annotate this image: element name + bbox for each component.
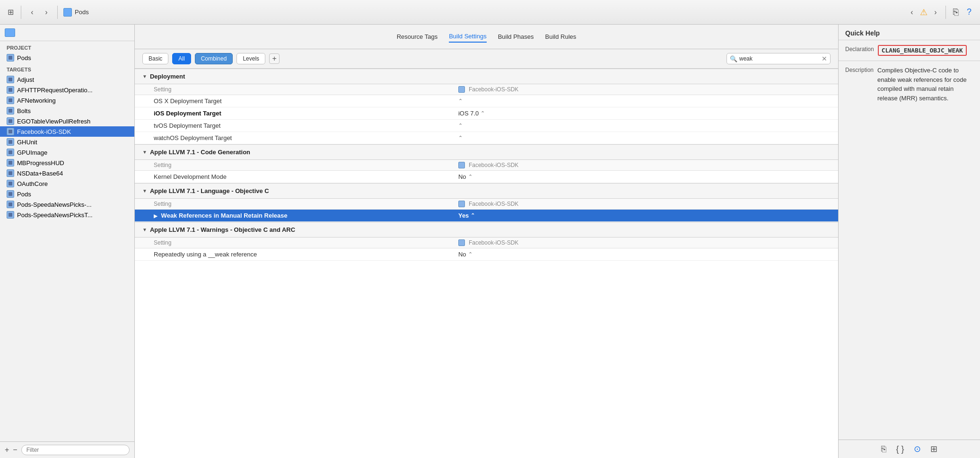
pods-speeda-icon xyxy=(7,201,14,208)
pods-speedat-icon xyxy=(7,211,14,219)
toolbar-right: ‹ ⚠ › ⎘ ? xyxy=(907,6,974,19)
nav-left-button[interactable]: ‹ xyxy=(907,7,917,18)
basic-filter-button[interactable]: Basic xyxy=(142,53,168,64)
tab-resource-tags[interactable]: Resource Tags xyxy=(397,31,438,42)
weak-reference-warning-row[interactable]: Repeatedly using a __weak reference No ⌃ xyxy=(135,248,838,261)
toolbar-divider3 xyxy=(945,6,946,19)
osx-deployment-row[interactable]: OS X Deployment Target ⌃ xyxy=(135,95,838,107)
watchos-deployment-row[interactable]: watchOS Deployment Target ⌃ xyxy=(135,132,838,144)
warnings-col-setting: Setting xyxy=(154,239,458,246)
remove-target-button[interactable]: − xyxy=(13,446,17,454)
content-area: Resource Tags Build Settings Build Phase… xyxy=(135,25,838,458)
sidebar-item-label: MBProgressHUD xyxy=(17,159,64,167)
toolbar-divider xyxy=(21,6,21,19)
sidebar-item-nsdata[interactable]: NSData+Base64 xyxy=(0,168,134,178)
sidebar-item-label: Adjust xyxy=(17,76,34,83)
sidebar-filter-input[interactable] xyxy=(21,445,130,455)
search-box: 🔍 ✕ xyxy=(726,53,831,64)
sidebar-item-label: Pods xyxy=(17,54,31,62)
clear-search-button[interactable]: ✕ xyxy=(822,55,827,62)
tab-bar: Resource Tags Build Settings Build Phase… xyxy=(135,25,838,49)
deployment-triangle: ▼ xyxy=(142,74,147,79)
all-filter-button[interactable]: All xyxy=(172,53,191,64)
watchos-label: watchOS Deployment Target xyxy=(154,134,458,141)
sidebar-item-pods-speedat[interactable]: Pods-SpeedaNewsPicksT... xyxy=(0,210,134,220)
sidebar-item-bolts[interactable]: Bolts xyxy=(0,106,134,116)
add-target-button[interactable]: + xyxy=(5,446,9,454)
levels-filter-button[interactable]: Levels xyxy=(236,53,265,64)
grid-icon[interactable]: ⊞ xyxy=(6,8,15,17)
tab-build-settings[interactable]: Build Settings xyxy=(449,31,487,43)
sidebar-item-facebook[interactable]: Facebook-iOS-SDK xyxy=(0,126,134,137)
tab-build-rules[interactable]: Build Rules xyxy=(545,31,577,42)
search-input[interactable] xyxy=(739,55,820,62)
deployment-title: Deployment xyxy=(150,73,185,80)
sidebar-item-ghunit[interactable]: GHUnit xyxy=(0,137,134,147)
bolts-icon xyxy=(7,107,14,114)
codegen-section-header[interactable]: ▼ Apple LLVM 7.1 - Code Generation xyxy=(135,144,838,160)
deployment-col-value: Facebook-iOS-SDK xyxy=(458,86,831,93)
main-layout: PROJECT Pods TARGETS Adjust AFHTTPReques… xyxy=(0,25,980,458)
sidebar-item-pods-project[interactable]: Pods xyxy=(0,53,134,63)
toolbar: ⊞ ‹ › Pods ‹ ⚠ › ⎘ ? xyxy=(0,0,980,25)
sidebar-item-oauth[interactable]: OAuthCore xyxy=(0,178,134,189)
language-col-setting: Setting xyxy=(154,201,458,207)
doc-button[interactable]: ⎘ xyxy=(951,7,961,18)
sidebar-item-pods-speeda[interactable]: Pods-SpeedaNewsPicks-... xyxy=(0,199,134,210)
weak-ref-stepper: ⌃ xyxy=(471,212,475,219)
sidebar-item-mbprogress[interactable]: MBProgressHUD xyxy=(0,158,134,168)
sidebar-scroll[interactable]: PROJECT Pods TARGETS Adjust AFHTTPReques… xyxy=(0,41,134,441)
sidebar-item-afhttprequest[interactable]: AFHTTPRequestOperatio... xyxy=(0,85,134,95)
sidebar-item-ego[interactable]: EGOTableViewPullRefresh xyxy=(0,116,134,126)
help-button[interactable]: ? xyxy=(964,7,974,18)
footer-circle-icon[interactable]: ⊙ xyxy=(914,444,921,454)
footer-curly-icon[interactable]: { } xyxy=(896,444,904,454)
weak-ref-label: ▶ Weak References in Manual Retain Relea… xyxy=(154,212,458,219)
nsdata-icon xyxy=(7,169,14,177)
tab-build-phases[interactable]: Build Phases xyxy=(498,31,534,42)
sidebar-item-adjust[interactable]: Adjust xyxy=(0,74,134,85)
deployment-section-header[interactable]: ▼ Deployment xyxy=(135,69,838,84)
sidebar-item-label: Pods-SpeedaNewsPicksT... xyxy=(17,211,93,219)
kernel-label: Kernel Development Mode xyxy=(154,173,458,180)
kernel-row[interactable]: Kernel Development Mode No ⌃ xyxy=(135,171,838,183)
ego-icon xyxy=(7,117,14,125)
sidebar-item-pods[interactable]: Pods xyxy=(0,189,134,199)
language-col-header: Setting Facebook-iOS-SDK xyxy=(135,199,838,210)
quick-help-description: Description Compiles Objective-C code to… xyxy=(839,61,980,107)
deployment-col-header: Setting Facebook-iOS-SDK xyxy=(135,84,838,95)
declaration-value: CLANG_ENABLE_OBJC_WEAK xyxy=(878,45,967,56)
deployment-sdk-label: Facebook-iOS-SDK xyxy=(469,86,518,93)
footer-grid-icon[interactable]: ⊞ xyxy=(930,444,937,454)
warnings-section-header[interactable]: ▼ Apple LLVM 7.1 - Warnings - Objective … xyxy=(135,222,838,238)
sidebar: PROJECT Pods TARGETS Adjust AFHTTPReques… xyxy=(0,25,135,458)
osx-value: ⌃ xyxy=(458,98,831,104)
back-button[interactable]: ‹ xyxy=(27,7,37,18)
weak-warning-value: No ⌃ xyxy=(458,251,831,258)
tvos-deployment-row[interactable]: tvOS Deployment Target ⌃ xyxy=(135,120,838,132)
quick-help-footer: ⎘ { } ⊙ ⊞ xyxy=(839,440,980,458)
sidebar-item-gpuimage[interactable]: GPUImage xyxy=(0,147,134,158)
settings-table[interactable]: ▼ Deployment Setting Facebook-iOS-SDK OS… xyxy=(135,69,838,458)
footer-doc-icon[interactable]: ⎘ xyxy=(881,444,886,454)
sidebar-top xyxy=(0,25,134,41)
weak-references-row[interactable]: ▶ Weak References in Manual Retain Relea… xyxy=(135,210,838,222)
adjust-icon xyxy=(7,76,14,83)
nav-right-button[interactable]: › xyxy=(930,7,941,18)
language-sdk-icon xyxy=(458,201,465,207)
language-section-header[interactable]: ▼ Apple LLVM 7.1 - Language - Objective … xyxy=(135,183,838,199)
add-setting-button[interactable]: + xyxy=(269,53,280,64)
weak-warning-label: Repeatedly using a __weak reference xyxy=(154,251,458,258)
warning-icon: ⚠ xyxy=(920,7,928,18)
forward-button[interactable]: › xyxy=(41,7,52,18)
tvos-value: ⌃ xyxy=(458,123,831,129)
tvos-label: tvOS Deployment Target xyxy=(154,122,458,129)
oauth-icon xyxy=(7,180,14,187)
ghunit-icon xyxy=(7,138,14,146)
ios-deployment-row[interactable]: iOS Deployment Target iOS 7.0 ⌃ xyxy=(135,107,838,120)
description-text: Compiles Objective-C code to enable weak… xyxy=(877,66,973,103)
language-sdk-label: Facebook-iOS-SDK xyxy=(469,201,518,207)
codegen-col-value: Facebook-iOS-SDK xyxy=(458,162,831,168)
combined-filter-button[interactable]: Combined xyxy=(195,53,233,64)
sidebar-item-afnetworking[interactable]: AFNetworking xyxy=(0,95,134,106)
